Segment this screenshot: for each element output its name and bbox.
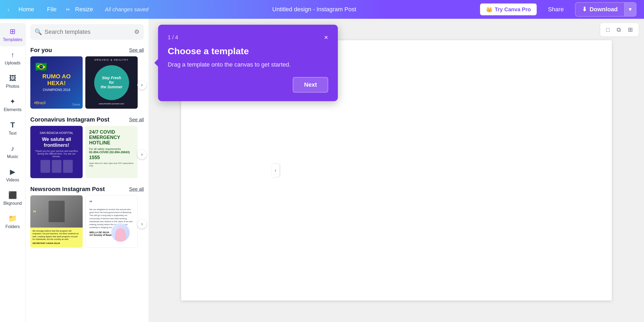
popup-description: Drag a template onto the canvas to get s… [168,61,328,69]
template-covid-frontline[interactable]: SAN BENICIA HOSPITAL We salute all front… [30,126,83,178]
covid1-hospital: SAN BENICIA HOSPITAL [40,131,74,134]
videos-icon: ▶ [10,168,15,176]
download-button[interactable]: ⬇ Download [576,3,624,16]
templates-label: Templates [3,37,23,42]
saved-status: All changes saved [105,6,148,13]
filter-icon[interactable]: ⚙ [134,28,140,35]
sidebar-item-uploads[interactable]: ↑ Uploads [0,46,25,70]
sidebar-item-music[interactable]: ♪ Music [0,140,25,163]
sidebar-item-text[interactable]: T Text [0,116,25,140]
search-input-wrap: 🔍 ⚙ [30,24,144,40]
news2-quote-mark: " [89,199,134,206]
template-brazil[interactable]: 🇧🇷 RUMO AOHEXA! CHAMPIONS 2018 #Brazil C… [30,56,83,109]
template-covid-hotline[interactable]: 24/7 COVIDEMERGENCYHOTLINE For all safet… [85,126,138,178]
file-button[interactable]: File [43,4,60,14]
fresh-title: Stay Freshforthe Summer [101,76,122,89]
templates-icon: ⊞ [10,27,16,36]
news1-text-area: We strongly believe that this program wi… [30,228,83,247]
coronavirus-see-all[interactable]: See all [129,117,144,123]
template-fresh[interactable]: ORGANIC & HEALTHY Stay Freshforthe Summe… [85,56,138,109]
folders-icon: 📁 [8,214,17,223]
music-label: Music [7,154,18,159]
popup-arrow [154,59,158,67]
newsroom-arrow[interactable]: › [137,219,147,229]
for-you-header: For you See all [25,44,149,56]
brazil-hash: #Brazil [34,101,46,105]
popup-next-button[interactable]: Next [293,77,328,93]
videos-label: Videos [6,178,19,182]
brazil-sub: CHAMPIONS 2018 [43,88,70,92]
popup-close-button[interactable]: × [324,33,328,42]
fresh-circle: Stay Freshforthe Summer [94,65,129,100]
for-you-title: For you [30,47,52,54]
text-label: Text [9,131,16,136]
popup-top: 1 / 4 × [168,33,328,42]
canvas-tool-add-page[interactable]: □ [604,25,612,34]
covid2-headline: 24/7 COVIDEMERGENCYHOTLINE [89,130,134,145]
covid2-number: 02-894-COVID (02-894-26843) [89,151,134,154]
sidebar-item-elements[interactable]: ✦ Elements [0,93,25,116]
search-icon: 🔍 [35,28,42,35]
resize-section: ⇔ Resize [66,4,97,14]
newsroom-row: " We strongly believe that this program … [25,195,149,253]
news1-quote-mark: " [33,209,36,217]
try-pro-button[interactable]: 👑 Try Canva Pro [480,3,537,15]
download-icon: ⬇ [582,6,587,13]
for-you-see-all[interactable]: See all [129,47,144,53]
sidebar-item-videos[interactable]: ▶ Videos [0,163,25,187]
main-layout: ⊞ Templates ↑ Uploads 🖼 Photos ✦ Element… [0,0,644,322]
newsroom-header: Newsroom Instagram Post See all [25,183,149,195]
search-input[interactable] [45,28,131,35]
canvas-area: ‹ □ ⧉ ⊞ 1 / 4 × Choose a template Drag a… [149,19,644,322]
covid2-alt-number: 1555 [89,155,134,160]
news1-author: SECRETARY CANVA SILVA [32,242,80,244]
text-icon: T [10,121,15,129]
canvas-tool-duplicate[interactable]: ⧉ [614,25,623,34]
home-button[interactable]: Home [15,4,38,14]
popup-title: Choose a template [168,46,328,56]
bkground-label: Bkground [3,201,22,206]
newsroom-see-all[interactable]: See all [129,186,144,192]
sidebar-item-photos[interactable]: 🖼 Photos [0,70,25,93]
brazil-text: RUMO AOHEXA! [42,73,71,86]
elements-icon: ✦ [10,97,16,106]
sidebar-item-templates[interactable]: ⊞ Templates [0,23,25,46]
templates-panel: 🔍 ⚙ For you See all 🇧🇷 RUMO AOHEXA! CHAM… [25,19,149,322]
resize-button[interactable]: Resize [71,4,97,14]
coronavirus-header: Coronavirus Instagram Post See all [25,114,149,126]
back-chevron[interactable]: ‹ [8,6,9,13]
coronavirus-arrow[interactable]: › [137,150,147,159]
template-newsroom-2[interactable]: " We are delighted to receive this annua… [85,195,138,248]
popup-actions: Next [168,77,328,93]
download-caret-button[interactable]: ▾ [624,3,636,16]
collapse-panel-button[interactable]: ‹ [272,164,279,177]
news1-body: We strongly believe that this program wi… [32,230,80,241]
covid2-hotline: For all safety requirements [89,148,134,151]
for-you-arrow[interactable]: › [137,80,147,90]
covid1-figures [41,160,73,173]
share-button[interactable]: Share [542,3,570,16]
covid2-footer: Open Mon-Fri, 8am–5pm and TNT subscriber… [89,162,134,167]
fresh-footer: www.freshfor.summer.com [85,103,138,105]
news2-avatar-circle [111,223,130,242]
for-you-row: 🇧🇷 RUMO AOHEXA! CHAMPIONS 2018 #Brazil C… [25,56,149,114]
uploads-label: Uploads [5,61,21,65]
covid1-headline: We salute all frontliners! [34,137,79,148]
canvas-tool-grid[interactable]: ⊞ [626,25,635,34]
sidebar-item-bkground[interactable]: ⬛ Bkground [0,187,25,210]
download-group: ⬇ Download ▾ [575,2,636,17]
newsroom-title: Newsroom Instagram Post [30,186,105,193]
background-icon: ⬛ [8,191,17,199]
photos-label: Photos [6,84,19,89]
canva-watermark: Canva [72,103,80,106]
covid-figure-1 [41,160,50,173]
sidebar-item-folders[interactable]: 📁 Folders [0,210,25,233]
template-newsroom-1[interactable]: " We strongly believe that this program … [30,195,83,248]
news1-image [30,195,83,228]
coronavirus-title: Coronavirus Instagram Post [30,116,109,123]
uploads-icon: ↑ [11,51,14,59]
covid-figure-3 [63,160,73,173]
coronavirus-row: SAN BENICIA HOSPITAL We salute all front… [25,126,149,183]
elements-label: Elements [4,107,22,112]
resize-icon: ⇔ [66,6,70,12]
